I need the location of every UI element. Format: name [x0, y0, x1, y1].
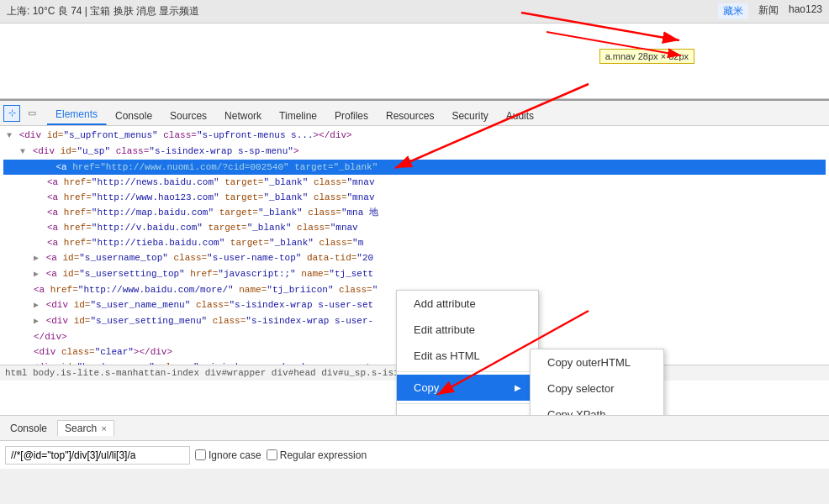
top-bar-text: 上海: 10°C 良 74 | 宝箱 换肤 消息 显示频道	[7, 4, 199, 18]
submenu-item-copy-outerhtml[interactable]: Copy outerHTML	[531, 349, 663, 375]
menu-separator	[397, 371, 538, 372]
selected-tree-line[interactable]: <a href="http://www.nuomi.com/?cid=00254…	[3, 160, 826, 175]
expand-arrow[interactable]: ▼	[20, 147, 25, 156]
tab-profiles[interactable]: Profiles	[326, 107, 378, 125]
menu-item-hide-element[interactable]: Hide element	[397, 407, 538, 415]
tree-line[interactable]: <a href="http://v.baidu.com" target="_bl…	[3, 220, 826, 235]
menu-item-edit-attribute[interactable]: Edit attribute	[397, 317, 538, 343]
menu-item-copy[interactable]: Copy ▶	[397, 375, 538, 401]
context-menu: Add attribute Edit attribute Edit as HTM…	[396, 290, 539, 415]
expand-arrow[interactable]: ▼	[7, 131, 12, 140]
search-input[interactable]	[5, 446, 190, 465]
top-bar: 上海: 10°C 良 74 | 宝箱 换肤 消息 显示频道 藏米 新闻 hao1…	[0, 0, 829, 24]
tab-audits[interactable]: Audits	[498, 107, 543, 125]
devtools-toolbar: ⊹ ▭ Elements Console Sources Network Tim…	[0, 101, 829, 126]
top-link-cami[interactable]: 藏米	[718, 3, 748, 19]
arrows-svg	[0, 24, 829, 98]
tab-network[interactable]: Network	[216, 107, 271, 125]
top-link-news[interactable]: 新闻	[758, 3, 779, 19]
submenu-item-copy-xpath[interactable]: Copy XPath	[531, 402, 663, 415]
tree-line[interactable]: <a href="http://tieba.baidu.com" target=…	[3, 235, 826, 250]
menu-item-add-attribute[interactable]: Add attribute	[397, 291, 538, 317]
tree-line[interactable]: ▶ <a id="s_usersetting_top" href="javasc…	[3, 266, 826, 282]
expand-arrow[interactable]: ▶	[34, 254, 39, 263]
expand-arrow[interactable]: ▶	[34, 301, 39, 310]
cursor-icon[interactable]: ⊹	[3, 105, 20, 122]
tree-line[interactable]: <a href="http://www.hao123.com" target="…	[3, 190, 826, 205]
tree-line[interactable]: <a href="http://news.baidu.com" target="…	[3, 175, 826, 190]
tab-console[interactable]: Console	[107, 107, 161, 125]
elements-panel: ▼ <div id="s_upfront_menus" class="s-upf…	[0, 126, 829, 415]
tab-sources[interactable]: Sources	[161, 107, 216, 125]
browser-content: a.mnav 28px × 32px	[0, 24, 829, 99]
menu-separator	[397, 403, 538, 404]
tree-line[interactable]: ▼ <div id="u_sp" class="s-isindex-wrap s…	[3, 144, 826, 160]
element-badge: a.mnav 28px × 32px	[599, 49, 694, 64]
tab-timeline[interactable]: Timeline	[271, 107, 326, 125]
tree-line[interactable]: ▶ <a id="s_username_top" class="s-user-n…	[3, 250, 826, 266]
ignore-case-checkbox[interactable]	[195, 449, 206, 460]
console-tab-bottom[interactable]: Console	[3, 421, 54, 436]
tab-resources[interactable]: Resources	[378, 107, 443, 125]
tab-security[interactable]: Security	[443, 107, 497, 125]
top-link-hao123[interactable]: hao123	[789, 3, 822, 19]
devtools-panel: ⊹ ▭ Elements Console Sources Network Tim…	[0, 99, 829, 469]
devtools-bottom-bar: Console Search ×	[0, 415, 829, 440]
expand-arrow[interactable]: ▼	[20, 363, 25, 365]
tree-line[interactable]: ▼ <div id="s_upfront_menus" class="s-upf…	[3, 128, 826, 144]
submenu-item-copy-selector[interactable]: Copy selector	[531, 375, 663, 402]
menu-item-edit-as-html[interactable]: Edit as HTML	[397, 343, 538, 369]
close-search-tab[interactable]: ×	[101, 423, 106, 433]
submenu-arrow-icon: ▶	[515, 383, 521, 392]
tab-elements[interactable]: Elements	[47, 105, 107, 125]
search-tab-bottom[interactable]: Search ×	[57, 420, 114, 436]
regex-checkbox[interactable]	[267, 449, 277, 460]
expand-arrow[interactable]: ▶	[34, 270, 39, 279]
sub-context-menu: Copy outerHTML Copy selector Copy XPath …	[530, 349, 664, 415]
devtools-tabs: Elements Console Sources Network Timelin…	[47, 101, 543, 125]
ignore-case-label: Ignore case	[195, 449, 261, 461]
regex-label: Regular expression	[267, 449, 367, 461]
tree-line[interactable]: <a href="http://map.baidu.com" target="_…	[3, 205, 826, 220]
mobile-icon[interactable]: ▭	[24, 105, 40, 122]
search-bar: Ignore case Regular expression	[0, 440, 829, 469]
expand-arrow[interactable]: ▶	[34, 317, 39, 326]
